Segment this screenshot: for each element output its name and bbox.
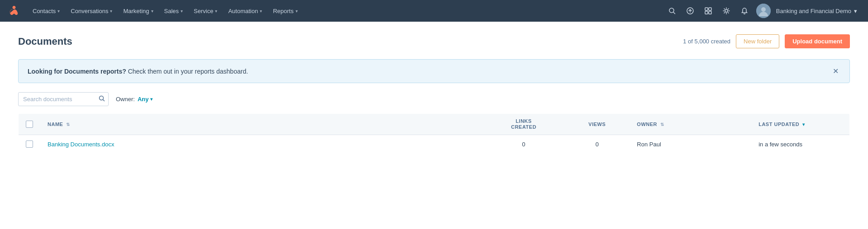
search-wrap	[18, 92, 109, 106]
owner-filter-label: Owner:	[116, 96, 135, 103]
chevron-down-icon: ▾	[150, 97, 153, 102]
svg-point-9	[761, 7, 766, 12]
nav-item-service[interactable]: Service ▾	[188, 0, 223, 22]
svg-rect-5	[705, 11, 708, 14]
row-checkbox-cell	[19, 135, 41, 154]
nav-item-automation[interactable]: Automation ▾	[223, 0, 267, 22]
document-count: 1 of 5,000 created	[683, 38, 730, 45]
notifications-button[interactable]	[736, 3, 753, 19]
column-header-last-updated[interactable]: LAST UPDATED ▾	[751, 114, 849, 135]
documents-table: NAME ⇅ LINKSCREATED VIEWS OWNER ⇅ LAST U…	[18, 113, 850, 154]
owner-select[interactable]: Any ▾	[138, 96, 153, 103]
row-name-cell: Banking Documents.docx	[40, 135, 483, 154]
nav-item-sales[interactable]: Sales ▾	[159, 0, 189, 22]
header-actions: 1 of 5,000 created New folder Upload doc…	[683, 34, 850, 48]
upgrade-button[interactable]	[682, 3, 698, 19]
hubspot-logo[interactable]	[7, 5, 20, 17]
search-input[interactable]	[18, 92, 109, 106]
nav-item-contacts[interactable]: Contacts ▾	[27, 0, 65, 22]
table-header-row: NAME ⇅ LINKSCREATED VIEWS OWNER ⇅ LAST U…	[19, 114, 850, 135]
chevron-down-icon: ▾	[110, 9, 112, 14]
nav-item-marketing[interactable]: Marketing ▾	[118, 0, 158, 22]
new-folder-button[interactable]: New folder	[736, 34, 779, 48]
upload-document-button[interactable]: Upload document	[785, 34, 850, 48]
svg-rect-6	[709, 11, 711, 14]
select-all-checkbox[interactable]	[26, 121, 33, 128]
select-all-checkbox-cell	[19, 114, 41, 135]
nav-menu: Contacts ▾ Conversations ▾ Marketing ▾ S…	[27, 0, 664, 22]
svg-rect-3	[705, 8, 708, 10]
nav-right-actions: Banking and Financial Demo ▾	[664, 3, 861, 19]
nav-item-conversations[interactable]: Conversations ▾	[65, 0, 118, 22]
svg-point-7	[725, 9, 728, 12]
column-header-owner[interactable]: OWNER ⇅	[630, 114, 751, 135]
row-owner-cell: Ron Paul	[630, 135, 751, 154]
column-header-name[interactable]: NAME ⇅	[40, 114, 483, 135]
row-checkbox[interactable]	[26, 140, 33, 148]
table-row: Banking Documents.docx 0 0 Ron Paul in a…	[19, 135, 850, 154]
chevron-down-icon: ▾	[151, 9, 153, 14]
sort-desc-icon: ▾	[802, 122, 805, 127]
owner-filter: Owner: Any ▾	[116, 96, 153, 103]
svg-rect-4	[709, 8, 711, 10]
row-links-cell: 0	[483, 135, 564, 154]
page-header: Documents 1 of 5,000 created New folder …	[18, 34, 850, 48]
document-link[interactable]: Banking Documents.docx	[48, 141, 114, 148]
info-banner-text: Looking for Documents reports? Check the…	[28, 68, 248, 75]
top-navigation: Contacts ▾ Conversations ▾ Marketing ▾ S…	[0, 0, 868, 22]
search-button[interactable]	[664, 3, 680, 19]
page-title: Documents	[18, 36, 72, 47]
chevron-down-icon: ▾	[296, 9, 298, 14]
chevron-down-icon: ▾	[260, 9, 262, 14]
chevron-down-icon: ▾	[57, 9, 60, 14]
svg-line-1	[673, 12, 675, 14]
account-name[interactable]: Banking and Financial Demo ▾	[773, 8, 861, 14]
row-views-cell: 0	[564, 135, 630, 154]
chevron-down-icon: ▾	[854, 8, 857, 14]
chevron-down-icon: ▾	[181, 9, 183, 14]
marketplace-button[interactable]	[700, 3, 716, 19]
sort-icon: ⇅	[660, 122, 664, 127]
nav-item-reports[interactable]: Reports ▾	[267, 0, 303, 22]
filter-bar: Owner: Any ▾	[18, 92, 850, 106]
info-banner: Looking for Documents reports? Check the…	[18, 59, 850, 83]
avatar[interactable]	[756, 4, 771, 18]
sort-icon: ⇅	[66, 122, 70, 127]
close-icon[interactable]: ✕	[831, 67, 840, 75]
column-header-links-created[interactable]: LINKSCREATED	[483, 114, 564, 135]
main-content: Documents 1 of 5,000 created New folder …	[0, 22, 868, 229]
chevron-down-icon: ▾	[215, 9, 217, 14]
column-header-views[interactable]: VIEWS	[564, 114, 630, 135]
row-last-updated-cell: in a few seconds	[751, 135, 849, 154]
settings-button[interactable]	[718, 3, 734, 19]
